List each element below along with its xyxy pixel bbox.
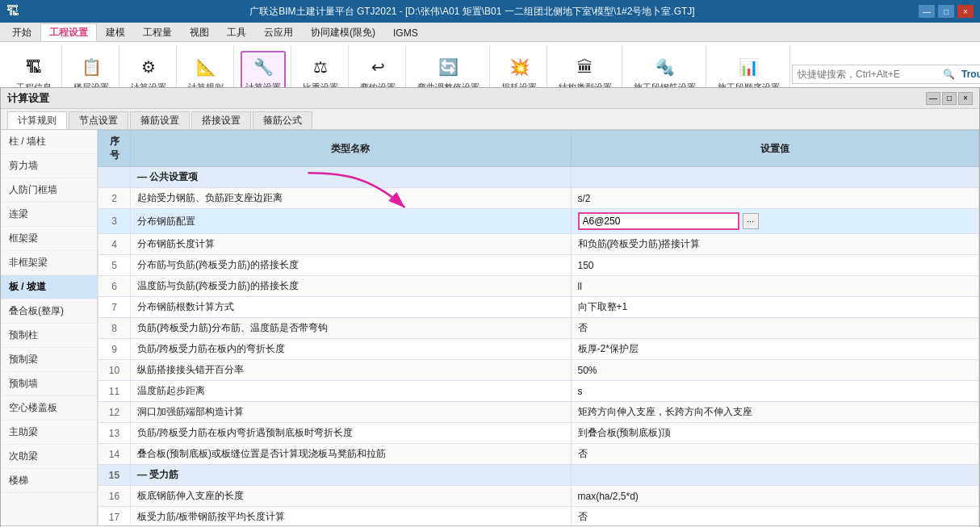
ribbon-tabs: 开始工程设置建模工程量视图工具云应用协同建模(限免)IGMS	[0, 23, 980, 42]
ribbon-tab-view[interactable]: 视图	[181, 23, 218, 41]
maximize-btn[interactable]: □	[938, 5, 954, 18]
quick-search-input[interactable]	[798, 69, 943, 80]
close-btn[interactable]: ×	[957, 5, 974, 18]
ribbon-tab-build[interactable]: 建模	[97, 23, 134, 41]
calc-minimize-btn[interactable]: —	[926, 92, 940, 105]
calc-window-title: 计算设置 — □ ×	[1, 88, 979, 107]
ribbon-tab-tools[interactable]: 工具	[218, 23, 255, 41]
floor-set-icon: 📋	[78, 54, 104, 80]
struct-type-icon: 🏛	[572, 54, 598, 80]
ribbon-tab-cloud[interactable]: 云应用	[255, 23, 302, 41]
calc-maximize-btn[interactable]: □	[942, 92, 957, 105]
damage-set-icon: 💥	[506, 54, 532, 80]
eng-info-icon: 🏗	[21, 54, 47, 80]
ribbon-tab-collab[interactable]: 协同建模(限免)	[302, 23, 384, 41]
bend-set-icon: ↩	[365, 54, 391, 80]
calc-window: 计算设置 — □ × 计算规则节点设置箍筋设置搭接设置箍筋公式 柱 / 墙柱剪力…	[0, 87, 980, 107]
ratio-set-icon: ⚖	[308, 54, 333, 80]
ribbon-tab-eng-tools[interactable]: 工程量	[134, 23, 181, 41]
calc-window-title-text: 计算设置	[7, 91, 49, 106]
title-bar: 🏗 广联达BIM土建计量平台 GTJ2021 - [D:\张伟\A01 矩置\B…	[0, 0, 980, 23]
calc-rule-icon: 📐	[193, 54, 219, 80]
title-text: 广联达BIM土建计量平台 GTJ2021 - [D:\张伟\A01 矩置\B01…	[26, 5, 919, 19]
quick-search-bar: 🔍 Troub	[792, 65, 980, 84]
stage-rebar-icon: 🔩	[652, 54, 678, 80]
stage-seq-icon: 📊	[736, 54, 762, 80]
ribbon-tab-start[interactable]: 开始	[3, 23, 40, 41]
ribbon-tab-igms[interactable]: IGMS	[384, 23, 427, 41]
calc-win-controls: — □ ×	[926, 92, 973, 105]
title-win-controls: — □ ×	[919, 5, 974, 18]
troub-label: Troub	[961, 69, 980, 80]
calc-qty-icon: ⚙	[136, 54, 161, 80]
calc-settings-icon: 🔧	[250, 54, 276, 80]
ribbon-tab-eng-settings[interactable]: 工程设置	[40, 23, 97, 41]
minimize-btn[interactable]: —	[919, 5, 935, 18]
app-icon: 🏗	[6, 4, 19, 19]
bend-adj-icon: 🔄	[436, 54, 462, 80]
calc-close-btn[interactable]: ×	[958, 92, 973, 105]
search-icon: 🔍	[943, 69, 955, 80]
